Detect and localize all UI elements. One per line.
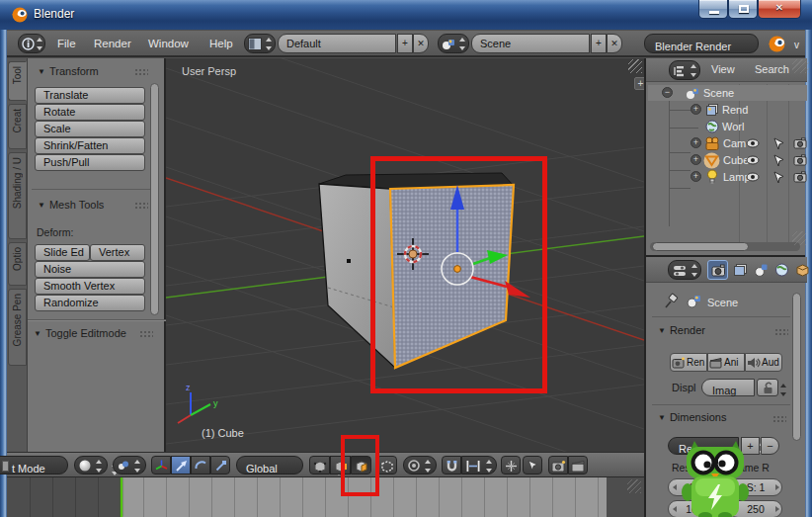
tab-world-context[interactable] (771, 260, 792, 280)
translate-button[interactable]: Translate (35, 87, 145, 104)
noise-button[interactable]: Noise (35, 261, 145, 278)
menu-file[interactable]: File (57, 38, 76, 49)
panel-grip[interactable] (774, 328, 788, 335)
render-animation-button[interactable]: Ani (707, 353, 745, 372)
pin-icon[interactable] (664, 293, 680, 309)
outliner-row-lamp[interactable]: + Lamp (648, 169, 807, 186)
mode-dropdown[interactable]: t Mode (0, 456, 68, 474)
renderable-camera-icon[interactable] (793, 171, 807, 183)
panel-grip[interactable] (772, 415, 786, 422)
maximize-button[interactable] (728, 0, 758, 19)
menu-help[interactable]: Help (209, 38, 233, 49)
scale-button[interactable]: Scale (35, 121, 145, 137)
tab-options[interactable]: Optio (8, 242, 27, 286)
editor-type-outliner-selector[interactable] (669, 60, 700, 80)
editor-type-info-selector[interactable] (18, 34, 45, 53)
minimize-button[interactable] (698, 0, 728, 19)
vertex-select-button[interactable] (309, 456, 330, 474)
toolshelf-scrollbar[interactable] (150, 83, 159, 315)
tab-create[interactable]: Creat (8, 104, 27, 149)
transform-panel-header[interactable]: ▼Transform (38, 65, 99, 77)
tab-renderlayers-context[interactable] (730, 260, 751, 280)
visibility-eye-icon[interactable] (746, 138, 760, 148)
shrink-fatten-button[interactable]: Shrink/Fatten (35, 137, 145, 154)
push-pull-button[interactable]: Push/Pull (35, 154, 145, 171)
timeline[interactable] (7, 477, 644, 517)
properties-scrollbar[interactable] (792, 293, 801, 441)
orientation-dropdown[interactable]: Global (236, 456, 303, 474)
render-audio-button[interactable]: Aud (745, 353, 782, 372)
render-still-button[interactable]: Ren (670, 353, 707, 372)
panel-grip[interactable] (139, 330, 153, 337)
manipulator-scale-button[interactable] (210, 456, 230, 474)
opengl-render-anim-button[interactable] (568, 456, 588, 474)
increment-icon[interactable] (775, 506, 779, 512)
preset-remove-button[interactable]: − (761, 437, 779, 455)
snap-target-button[interactable] (501, 456, 521, 474)
renderable-camera-icon[interactable] (793, 154, 807, 166)
rotate-button[interactable]: Rotate (35, 104, 145, 121)
corner-grip[interactable] (627, 479, 641, 493)
opengl-render-image-button[interactable] (548, 456, 568, 474)
smooth-vertex-button[interactable]: Smooth Vertex (35, 278, 145, 295)
limit-to-visible-button[interactable] (376, 456, 397, 474)
screen-layout-name-field[interactable]: Default (278, 34, 396, 53)
manipulator-translate-button[interactable] (171, 456, 191, 474)
collapse-expander[interactable]: − (662, 87, 673, 98)
visibility-eye-icon[interactable] (746, 172, 760, 182)
outliner-row-camera[interactable]: + Cam (648, 135, 807, 152)
selectable-cursor-icon[interactable] (773, 137, 784, 150)
timeline-playhead[interactable] (121, 477, 122, 517)
scene-delete-button[interactable]: ✕ (607, 34, 622, 53)
scene-add-button[interactable]: + (591, 34, 607, 53)
toggle-editmode-panel-header[interactable]: ▼Toggle Editmode (34, 327, 126, 339)
snap-toggle-button[interactable] (442, 456, 461, 474)
scene-selector[interactable] (438, 34, 469, 53)
outliner-menu-search[interactable]: Search (755, 63, 789, 75)
tab-scene-context[interactable] (751, 260, 771, 280)
expand-expander[interactable]: + (690, 154, 701, 165)
outliner-row-scene[interactable]: − Scene (648, 85, 807, 101)
randomize-button[interactable]: Randomize (35, 295, 145, 311)
render-engine-dropdown[interactable]: Blender Render (644, 34, 759, 53)
outliner-row-world[interactable]: Worl (648, 119, 807, 134)
viewport-shading-dropdown[interactable] (74, 456, 108, 474)
selectable-cursor-icon[interactable] (773, 171, 784, 184)
panel-grip[interactable] (134, 68, 148, 75)
outliner-hscrollbar[interactable] (652, 242, 749, 251)
dimensions-panel-header[interactable]: ▼Dimensions (658, 411, 726, 423)
selectable-cursor-icon[interactable] (773, 154, 784, 167)
tab-tool[interactable]: Tool (8, 61, 27, 101)
pivot-point-dropdown[interactable] (113, 456, 146, 474)
snap-element-dropdown[interactable] (461, 456, 497, 474)
manipulate-center-button[interactable] (523, 456, 542, 474)
scene-name-field[interactable]: Scene (471, 34, 590, 53)
corner-grip[interactable] (628, 59, 642, 73)
layout-add-button[interactable]: + (397, 34, 413, 53)
visibility-eye-icon[interactable] (746, 155, 760, 165)
expand-sidebar-button[interactable]: + (634, 77, 644, 90)
panel-grip[interactable] (134, 202, 148, 209)
tab-render-context[interactable] (707, 260, 728, 280)
screen-layout-selector[interactable] (244, 34, 276, 53)
display-mode-dropdown[interactable]: Imag (701, 379, 755, 396)
slide-vertex-button[interactable]: Vertex (90, 244, 145, 261)
mesh-tools-panel-header[interactable]: ▼Mesh Tools (38, 199, 104, 211)
manipulator-axes-button[interactable] (151, 456, 171, 474)
increment-icon[interactable] (775, 484, 779, 490)
tab-grease-pencil[interactable]: Grease Pen (8, 289, 27, 366)
corner-grip[interactable] (792, 59, 806, 73)
manipulator-rotate-button[interactable] (191, 456, 210, 474)
renderable-camera-icon[interactable] (793, 137, 807, 149)
expand-expander[interactable]: + (690, 104, 701, 115)
render-panel-header[interactable]: ▼Render (658, 324, 705, 336)
display-lock-button[interactable] (757, 379, 778, 396)
expand-expander[interactable]: + (690, 137, 701, 148)
outliner-row-cube[interactable]: + Cube (648, 152, 807, 169)
menu-render[interactable]: Render (94, 38, 131, 49)
tab-object-context[interactable] (792, 260, 812, 280)
proportional-edit-dropdown[interactable] (403, 456, 437, 474)
slide-edge-button[interactable]: Slide Ed (35, 244, 90, 261)
outliner-menu-view[interactable]: View (711, 63, 735, 75)
expand-expander[interactable]: + (690, 171, 701, 182)
